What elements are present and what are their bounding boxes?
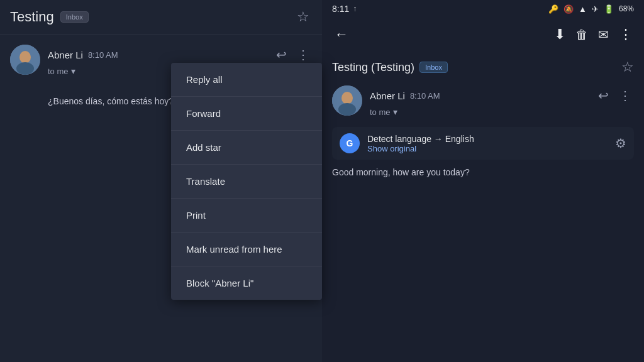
- translate-icon: G: [340, 133, 360, 153]
- right-sender-row: Abner Li 8:10 AM ↩ ⋮: [370, 85, 634, 106]
- email-subject: Testing (Testing) Inbox: [332, 61, 448, 74]
- svg-point-2: [16, 62, 34, 75]
- forward-menu-item[interactable]: Forward: [171, 97, 322, 131]
- star-icon[interactable]: ☆: [294, 6, 312, 28]
- email-subject-row: Testing (Testing) Inbox ☆: [332, 59, 634, 75]
- svg-rect-4: [21, 56, 30, 60]
- right-email-time: 8:10 AM: [410, 91, 440, 101]
- email-body-right: Good morning, how are you today?: [332, 167, 634, 177]
- status-time: 8:11: [332, 4, 349, 14]
- right-content: Testing (Testing) Inbox ☆: [322, 52, 644, 362]
- dropdown-menu: Reply all Forward Add star Translate Pri…: [171, 63, 322, 300]
- add-star-menu-item[interactable]: Add star: [171, 131, 322, 165]
- left-header: Testing Inbox ☆: [0, 0, 322, 35]
- mute-icon: 🔕: [564, 4, 574, 14]
- sender-info: Abner Li 8:10 AM: [48, 50, 118, 60]
- email-time: 8:10 AM: [88, 50, 118, 60]
- left-header-left: Testing Inbox: [10, 9, 89, 25]
- show-original-link[interactable]: Show original: [367, 144, 608, 153]
- inbox-badge-right: Inbox: [419, 62, 448, 73]
- battery-icon: 🔋: [604, 4, 614, 14]
- translate-text: Detect language → English Show original: [367, 134, 608, 153]
- star-button-right[interactable]: ☆: [621, 59, 634, 75]
- signal-up-icon: ↑: [353, 4, 357, 13]
- block-sender-menu-item[interactable]: Block "Abner Li": [171, 266, 322, 300]
- delete-button[interactable]: 🗑: [572, 24, 592, 46]
- more-icon[interactable]: ⋮: [294, 45, 312, 65]
- right-sender-info: Abner Li 8:10 AM: [370, 90, 440, 101]
- sender-name: Abner Li: [48, 50, 83, 60]
- left-panel: Testing Inbox ☆ Abner Li 8:1: [0, 0, 322, 362]
- print-menu-item[interactable]: Print: [171, 199, 322, 233]
- status-right: 🔑 🔕 ▲ ✈ 🔋 68%: [548, 4, 634, 14]
- status-bar: 8:11 ↑ 🔑 🔕 ▲ ✈ 🔋 68%: [322, 0, 644, 18]
- battery-level: 68%: [619, 4, 634, 13]
- right-actions: ↩ ⋮: [596, 85, 634, 106]
- reply-all-menu-item[interactable]: Reply all: [171, 63, 322, 97]
- archive-button[interactable]: ⬇: [550, 23, 569, 47]
- translate-label: Detect language → English: [367, 134, 608, 144]
- right-toolbar: ← ⬇ 🗑 ✉ ⋮: [322, 18, 644, 52]
- avatar-right: [332, 85, 362, 116]
- gear-icon[interactable]: ⚙: [615, 136, 626, 151]
- right-more-icon[interactable]: ⋮: [616, 85, 634, 106]
- mark-unread-menu-item[interactable]: Mark unread from here: [171, 233, 322, 266]
- inbox-badge-left: Inbox: [60, 11, 89, 23]
- avatar: [10, 45, 40, 75]
- right-to-me[interactable]: to me ▾: [370, 107, 634, 117]
- avatar-image: [10, 45, 40, 75]
- back-button[interactable]: ←: [330, 24, 353, 45]
- chevron-down-icon: ▾: [71, 66, 75, 76]
- right-email-content: Abner Li 8:10 AM ↩ ⋮ to me ▾: [370, 85, 634, 117]
- email-header-row: Abner Li 8:10 AM ↩ ⋮: [48, 45, 312, 65]
- svg-point-7: [338, 103, 356, 116]
- mark-mail-button[interactable]: ✉: [594, 23, 613, 46]
- reply-icon[interactable]: ↩: [274, 45, 289, 65]
- wifi-icon: ▲: [579, 4, 587, 14]
- right-panel: 8:11 ↑ 🔑 🔕 ▲ ✈ 🔋 68% ← ⬇ 🗑 ✉ ⋮ Testing (…: [322, 0, 644, 362]
- right-reply-icon[interactable]: ↩: [596, 85, 611, 106]
- email-actions: ↩ ⋮: [274, 45, 312, 65]
- right-sender-name: Abner Li: [370, 90, 405, 101]
- airplane-icon: ✈: [592, 4, 599, 14]
- svg-rect-9: [343, 97, 352, 101]
- right-email-item: Abner Li 8:10 AM ↩ ⋮ to me ▾: [332, 85, 634, 117]
- more-options-button[interactable]: ⋮: [615, 23, 636, 47]
- avatar-image-right: [332, 85, 362, 116]
- subject-text: Testing (Testing): [332, 61, 414, 74]
- app-title: Testing: [10, 9, 54, 25]
- status-left: 8:11 ↑: [332, 4, 357, 14]
- key-icon: 🔑: [548, 4, 558, 14]
- right-chevron-down-icon: ▾: [393, 107, 397, 117]
- translate-bar: G Detect language → English Show origina…: [332, 127, 634, 160]
- translate-menu-item[interactable]: Translate: [171, 165, 322, 199]
